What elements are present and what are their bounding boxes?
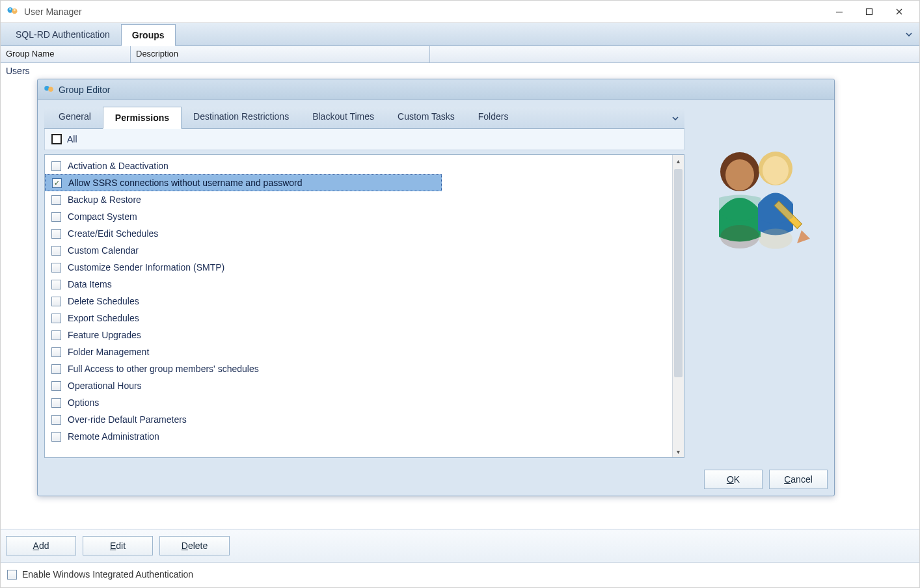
svg-point-3 <box>14 8 16 10</box>
permission-label: Activation & Deactivation <box>68 161 169 171</box>
permissions-list: Activation & Deactivation✓Allow SSRS con… <box>45 155 672 457</box>
permission-checkbox[interactable] <box>51 432 61 442</box>
permission-item[interactable]: Backup & Restore <box>45 191 672 208</box>
permission-item[interactable]: Data Items <box>45 276 672 293</box>
app-icon <box>6 5 19 18</box>
permission-checkbox[interactable] <box>51 229 61 239</box>
permission-item[interactable]: Remote Administration <box>45 428 672 445</box>
editor-tab-general[interactable]: General <box>47 106 103 128</box>
svg-rect-5 <box>867 8 873 14</box>
minimize-button[interactable] <box>824 2 854 21</box>
permissions-all-row: All <box>44 129 684 150</box>
permission-item[interactable]: Export Schedules <box>45 310 672 327</box>
permission-checkbox[interactable] <box>51 297 61 306</box>
top-tab-sql-rd-authentication[interactable]: SQL-RD Authentication <box>5 23 121 46</box>
editor-tab-destination-restrictions[interactable]: Destination Restrictions <box>182 106 301 128</box>
editor-side-panel <box>691 107 828 458</box>
permission-item[interactable]: Compact System <box>45 208 672 225</box>
svg-point-15 <box>759 228 792 248</box>
users-illustration-icon <box>701 139 818 304</box>
integrated-auth-label: Enable Windows Integrated Authentication <box>22 569 193 580</box>
editor-tabs: GeneralPermissionsDestination Restrictio… <box>44 107 684 129</box>
permission-checkbox[interactable] <box>51 263 61 273</box>
permission-checkbox[interactable] <box>51 330 61 340</box>
permission-label: Custom Calendar <box>68 245 139 256</box>
integrated-auth-row: Enable Windows Integrated Authentication <box>1 562 919 588</box>
editor-tabs-overflow-icon[interactable] <box>671 114 679 124</box>
window-title: User Manager <box>24 7 82 17</box>
permission-label: Backup & Restore <box>68 194 141 205</box>
permission-checkbox[interactable] <box>51 280 61 289</box>
top-tabs: SQL-RD AuthenticationGroups <box>1 23 919 46</box>
permission-checkbox[interactable] <box>51 415 61 425</box>
permission-item[interactable]: Operational Hours <box>45 377 672 394</box>
permission-checkbox[interactable] <box>51 161 61 171</box>
svg-point-14 <box>720 225 759 248</box>
svg-marker-13 <box>797 230 810 243</box>
column-description[interactable]: Description <box>131 46 430 62</box>
svg-point-11 <box>763 156 789 185</box>
scroll-up-icon[interactable]: ▴ <box>673 155 684 167</box>
permissions-list-box: Activation & Deactivation✓Allow SSRS con… <box>44 154 684 458</box>
permissions-all-checkbox[interactable] <box>51 134 62 144</box>
column-group-name[interactable]: Group Name <box>1 46 131 62</box>
top-tab-groups[interactable]: Groups <box>121 24 176 46</box>
permission-item[interactable]: Delete Schedules <box>45 293 672 310</box>
ok-button[interactable]: OK <box>704 470 763 489</box>
permission-label: Compact System <box>68 211 137 222</box>
permission-label: Options <box>68 397 99 408</box>
permission-item[interactable]: Over-ride Default Parameters <box>45 411 672 428</box>
permission-checkbox[interactable] <box>51 364 61 374</box>
add-button[interactable]: Add <box>6 536 76 555</box>
permission-item[interactable]: Activation & Deactivation <box>45 157 672 174</box>
permission-checkbox[interactable] <box>51 314 61 323</box>
close-button[interactable] <box>884 2 914 21</box>
integrated-auth-checkbox[interactable] <box>7 570 17 580</box>
permission-item[interactable]: Customize Sender Information (SMTP) <box>45 259 672 276</box>
permission-item[interactable]: ✓Allow SSRS connections without username… <box>45 174 442 191</box>
permission-checkbox[interactable] <box>51 381 61 391</box>
permission-item[interactable]: Full Access to other group members' sche… <box>45 360 672 377</box>
svg-point-9 <box>725 159 754 191</box>
scroll-down-icon[interactable]: ▾ <box>673 446 684 457</box>
permission-checkbox[interactable]: ✓ <box>52 178 62 188</box>
titlebar: User Manager <box>1 1 919 23</box>
grid-column-headers: Group Name Description <box>1 46 919 63</box>
permission-label: Customize Sender Information (SMTP) <box>68 262 224 273</box>
permission-label: Folder Management <box>68 347 149 357</box>
permission-checkbox[interactable] <box>51 398 61 408</box>
delete-button[interactable]: Delete <box>159 536 230 555</box>
grid-row-users[interactable]: Users <box>1 63 35 79</box>
permission-item[interactable]: Feature Upgrades <box>45 327 672 343</box>
permission-label: Remote Administration <box>68 431 159 442</box>
permission-checkbox[interactable] <box>51 347 61 357</box>
permission-label: Create/Edit Schedules <box>68 228 158 239</box>
svg-point-2 <box>9 8 11 10</box>
permission-checkbox[interactable] <box>51 246 61 256</box>
editor-button-row: OK Cancel <box>38 464 834 496</box>
permissions-scrollbar[interactable]: ▴ ▾ <box>672 155 684 457</box>
editor-tab-folders[interactable]: Folders <box>467 106 521 128</box>
permission-label: Delete Schedules <box>68 296 139 306</box>
permission-checkbox[interactable] <box>51 195 61 205</box>
editor-tab-blackout-times[interactable]: Blackout Times <box>301 106 386 128</box>
editor-tab-permissions[interactable]: Permissions <box>103 107 182 129</box>
permission-checkbox[interactable] <box>51 212 61 222</box>
editor-tab-custom-tasks[interactable]: Custom Tasks <box>386 106 467 128</box>
cancel-button[interactable]: Cancel <box>769 470 828 489</box>
group-editor-title: Group Editor <box>59 85 110 95</box>
top-tabs-overflow-icon[interactable] <box>905 31 913 40</box>
edit-button[interactable]: Edit <box>83 536 153 555</box>
permission-item[interactable]: Custom Calendar <box>45 242 672 259</box>
permission-item[interactable]: Folder Management <box>45 343 672 360</box>
permission-item[interactable]: Create/Edit Schedules <box>45 225 672 242</box>
scroll-thumb[interactable] <box>674 169 683 377</box>
svg-rect-4 <box>836 12 843 12</box>
permission-item[interactable]: Options <box>45 394 672 411</box>
permission-label: Full Access to other group members' sche… <box>68 364 259 374</box>
group-editor-titlebar: Group Editor <box>38 79 834 100</box>
footer-actions: Add Edit Delete <box>1 529 919 562</box>
permission-label: Export Schedules <box>68 313 139 323</box>
maximize-button[interactable] <box>854 2 884 21</box>
permission-label: Feature Upgrades <box>68 330 141 340</box>
